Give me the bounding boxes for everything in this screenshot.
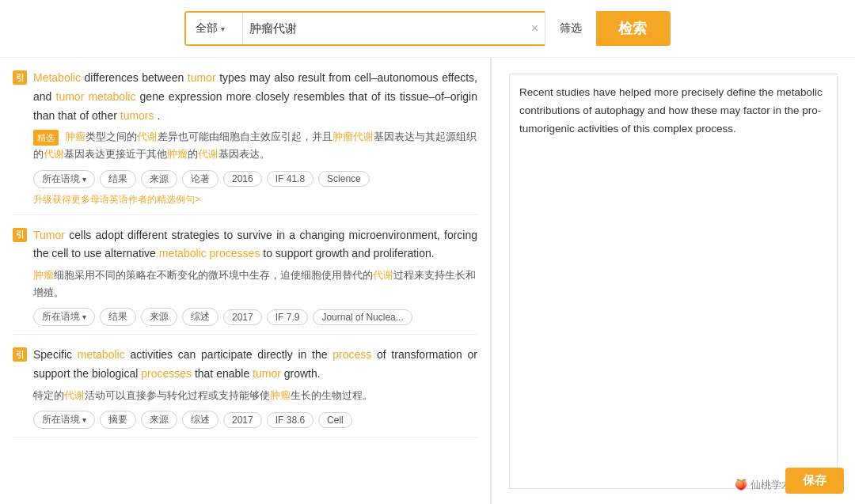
text-segment: differences between — [84, 71, 187, 84]
tag-journal[interactable]: Cell — [318, 412, 352, 428]
result-english: Specific metabolic activities can partic… — [33, 346, 477, 384]
text-segment: that enable — [195, 367, 253, 380]
text-segment: to support growth and proliferation. — [263, 247, 434, 260]
highlight-word: Metabolic — [33, 71, 81, 84]
highlight-word: metabolic — [78, 348, 125, 361]
highlight-word: 代谢 — [198, 148, 218, 160]
dropdown-label: 全部 — [196, 21, 218, 36]
chevron-down-icon: ▾ — [82, 175, 86, 184]
tag-context[interactable]: 所在语境 ▾ — [33, 411, 95, 429]
highlight-word: 肿瘤 — [33, 269, 54, 281]
tag-paper-type[interactable]: 综述 — [182, 411, 218, 429]
tag-year[interactable]: 2016 — [223, 171, 262, 187]
highlight-word: 肿瘤代谢 — [332, 131, 374, 142]
highlight-word: 肿瘤 — [270, 389, 291, 401]
search-input-wrapper — [243, 13, 525, 44]
save-button[interactable]: 保存 — [785, 468, 844, 494]
chinese-badge: 精选 — [33, 130, 59, 146]
tag-result[interactable]: 结果 — [100, 308, 136, 326]
tag-year[interactable]: 2017 — [223, 309, 262, 325]
chevron-down-icon: ▾ — [82, 415, 86, 424]
result-chinese: 特定的代谢活动可以直接参与转化过程或支持能够使肿瘤生长的生物过程。 — [33, 387, 477, 404]
result-icon: 引 — [13, 228, 27, 242]
result-english: Metabolic differences between tumor type… — [33, 69, 477, 125]
tag-if[interactable]: IF 41.8 — [267, 171, 314, 187]
result-icon: 引 — [13, 347, 27, 362]
search-container: 全部 ▾ × 筛选 检索 — [184, 11, 671, 46]
tag-result[interactable]: 摘要 — [100, 411, 136, 429]
highlight-word: tumor metabolic — [56, 90, 136, 103]
search-input[interactable] — [249, 13, 519, 44]
tag-journal[interactable]: Journal of Nuclea... — [313, 309, 412, 325]
search-button[interactable]: 检索 — [596, 11, 669, 46]
highlight-word: 肿瘤 — [167, 148, 188, 160]
result-chinese: 肿瘤细胞采用不同的策略在不断变化的微环境中生存，迫使细胞使用替代的代谢过程来支持… — [33, 267, 477, 301]
highlight-word: metabolic processes — [159, 247, 260, 260]
result-content: Specific metabolic activities can partic… — [33, 346, 477, 429]
text-segment: . — [157, 109, 160, 122]
search-bar: 全部 ▾ × 筛选 检索 — [0, 0, 855, 58]
tag-paper-type[interactable]: 综述 — [182, 308, 218, 326]
result-content: Metabolic differences between tumor type… — [33, 69, 477, 207]
result-item: 引 Metabolic differences between tumor ty… — [13, 58, 477, 215]
tag-if[interactable]: IF 38.6 — [267, 412, 314, 428]
tag-context[interactable]: 所在语境 ▾ — [33, 170, 95, 188]
tag-paper-type[interactable]: 论著 — [182, 170, 218, 188]
text-segment: Specific — [33, 348, 78, 361]
filter-button[interactable]: 筛选 — [545, 11, 596, 46]
result-icon: 引 — [13, 70, 27, 85]
clear-icon[interactable]: × — [525, 21, 545, 36]
results-panel: 引 Metabolic differences between tumor ty… — [0, 58, 491, 504]
highlight-word: processes — [141, 367, 192, 380]
result-chinese: 精选 肿瘤类型之间的代谢差异也可能由细胞自主效应引起，并且肿瘤代谢基因表达与其起… — [33, 128, 477, 163]
highlight-word: tumors — [120, 109, 154, 122]
main-layout: 引 Metabolic differences between tumor ty… — [0, 58, 855, 504]
highlight-word: tumor — [253, 367, 281, 380]
result-content: Tumor cells adopt different strategies t… — [33, 226, 477, 327]
preview-panel: Recent studies have helped more precisel… — [491, 58, 855, 504]
result-item: 引 Specific metabolic activities can part… — [13, 335, 477, 438]
tag-journal[interactable]: Science — [318, 171, 370, 187]
tag-source[interactable]: 来源 — [141, 170, 177, 188]
result-tags: 所在语境 ▾ 摘要 来源 综述 2017 IF 38.6 Cell — [33, 411, 477, 429]
tag-year[interactable]: 2017 — [223, 412, 262, 428]
highlight-word: 代谢 — [64, 389, 85, 401]
result-item: 引 Tumor cells adopt different strategies… — [13, 215, 477, 335]
tag-source[interactable]: 来源 — [141, 308, 177, 326]
highlight-word: 代谢 — [44, 148, 64, 160]
tag-if[interactable]: IF 7.9 — [267, 309, 309, 325]
result-tags: 所在语境 ▾ 结果 来源 综述 2017 IF 7.9 Journal of N… — [33, 308, 477, 326]
text-segment: growth. — [284, 367, 321, 380]
result-english: Tumor cells adopt different strategies t… — [33, 226, 477, 264]
chevron-down-icon: ▾ — [221, 25, 225, 33]
highlight-word: 代谢 — [137, 131, 158, 142]
highlight-word: tumor — [188, 71, 216, 84]
tag-source[interactable]: 来源 — [141, 411, 177, 429]
highlight-word: process — [332, 348, 371, 361]
result-tags: 所在语境 ▾ 结果 来源 论著 2016 IF 41.8 Science — [33, 170, 477, 188]
highlight-word: 代谢 — [373, 269, 393, 281]
highlight-word: 肿瘤 — [65, 131, 86, 142]
text-segment: activities can participate directly in t… — [130, 348, 332, 361]
tag-context[interactable]: 所在语境 ▾ — [33, 308, 95, 326]
tag-result[interactable]: 结果 — [100, 170, 136, 188]
upgrade-link[interactable]: 升级获得更多母语英语作者的精选例句> — [33, 193, 200, 207]
search-dropdown[interactable]: 全部 ▾ — [186, 13, 243, 44]
chevron-down-icon: ▾ — [82, 313, 86, 321]
highlight-word: Tumor — [33, 229, 65, 241]
preview-textarea[interactable]: Recent studies have helped more precisel… — [509, 74, 838, 489]
